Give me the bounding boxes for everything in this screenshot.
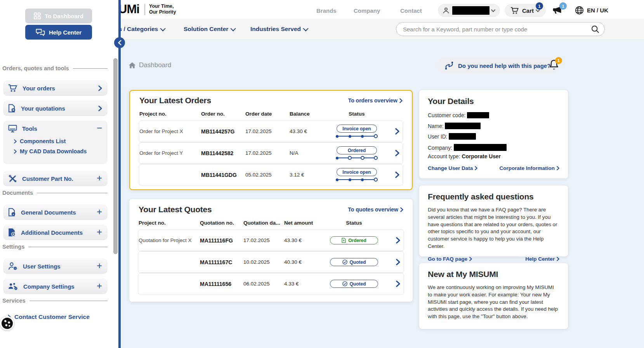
- header-nav-company[interactable]: Company: [354, 7, 380, 14]
- help-center-button[interactable]: Help Center: [25, 25, 92, 40]
- order-project: Order for Project X: [139, 128, 201, 134]
- quote-row[interactable]: MA1111167C 10.02.2025 40.30 € Quoted: [139, 252, 403, 272]
- tagline-line2: Our Priority: [149, 9, 176, 15]
- quote-status-label: Ordered: [348, 238, 366, 243]
- sidebar-item-contact-customer-service[interactable]: Contact Customer Service: [8, 313, 90, 320]
- chevron-right-icon[interactable]: [396, 259, 403, 265]
- user-icon: [443, 7, 450, 14]
- name-label: Name:: [428, 123, 444, 129]
- cookie-settings-button[interactable]: [0, 316, 14, 330]
- quotes-overview-link[interactable]: To quotes overview: [348, 206, 403, 213]
- search-input[interactable]: [396, 22, 605, 36]
- news-title: New at My MISUMI: [428, 270, 559, 279]
- nav-solution-center[interactable]: Solution Center: [184, 26, 236, 33]
- tour-route-icon: [444, 61, 454, 70]
- sidebar-item-company-settings[interactable]: Company Settings +: [3, 279, 108, 294]
- change-user-data-label: Change User Data: [428, 165, 473, 171]
- order-date: 17.02.2025: [245, 150, 290, 156]
- chat-bubbles-icon: [36, 29, 45, 36]
- breadcrumb-label: Dashboard: [139, 61, 171, 69]
- check-circle-icon: [342, 260, 347, 265]
- sidebar-item-user-settings[interactable]: User Settings +: [3, 258, 108, 274]
- quote-date: 10.02.2025: [243, 259, 284, 265]
- announcements-badge: 1: [559, 2, 567, 10]
- quote-amount: 4.33 €: [284, 281, 325, 287]
- sidebar-item-your-quotations[interactable]: Your quotations: [3, 100, 108, 116]
- redacted-name: [445, 123, 481, 129]
- orders-overview-link[interactable]: To orders overview: [348, 97, 403, 104]
- plus-icon[interactable]: +: [97, 281, 102, 291]
- sidebar-item-additional-documents[interactable]: Additional Documents +: [3, 225, 108, 240]
- quotes-table-header: Project no. Quotation no. Quotation da..…: [139, 220, 403, 226]
- sidebar-scrollbar[interactable]: [113, 58, 118, 254]
- sidebar-item-my-cad-data-downloads[interactable]: My CAD Data Downloads: [3, 146, 108, 156]
- chevron-down-icon: [231, 26, 236, 31]
- plus-icon[interactable]: +: [97, 227, 102, 237]
- minus-icon[interactable]: −: [97, 123, 102, 133]
- quote-status-label: Quoted: [350, 260, 366, 265]
- sidebar-collapse-button[interactable]: [114, 37, 125, 48]
- quotes-col-quote-no: Quotation no.: [200, 220, 243, 226]
- document-plus-icon: [8, 104, 16, 113]
- change-user-data-link[interactable]: Change User Data: [428, 165, 477, 171]
- order-row[interactable]: Order for Project X MB1144257G 17.02.202…: [139, 121, 403, 142]
- progress-step-dot: [349, 178, 351, 181]
- corporate-information-label: Corporate Information: [499, 165, 555, 171]
- quotes-overview-label: To quotes overview: [348, 206, 398, 213]
- help-center-button-label: Help Center: [49, 29, 82, 36]
- progress-step-dot: [336, 178, 338, 181]
- sidebar-item-label: General Documents: [21, 209, 92, 216]
- chevron-right-icon[interactable]: [396, 280, 403, 287]
- order-row[interactable]: MB11441GDG 05.02.2025 3.12 € Invoice ope…: [139, 164, 403, 185]
- sidebar-item-customer-part-no[interactable]: Customer Part No. +: [3, 171, 108, 186]
- sidebar-item-components-list[interactable]: Components List: [3, 136, 108, 146]
- nav-industries-served[interactable]: Industries Served: [250, 26, 308, 33]
- users-gear-icon: [8, 282, 18, 291]
- chevron-right-icon[interactable]: [395, 171, 403, 178]
- sidebar-sublink-label: Components List: [20, 138, 66, 144]
- dashboard-grid-icon: [34, 12, 41, 19]
- help-center-link[interactable]: Help Center: [525, 256, 559, 262]
- section-documents: Documents: [2, 190, 108, 196]
- orders-col-project: Project no.: [139, 111, 201, 117]
- nav-industries-label: Industries Served: [250, 26, 301, 33]
- orders-rows: Order for Project X MB1144257G 17.02.202…: [139, 121, 403, 185]
- header-nav-contact[interactable]: Contact: [400, 7, 422, 14]
- redacted-account-name: [452, 6, 490, 15]
- page-tour-button[interactable]: Do you need help with this page?: [437, 58, 558, 73]
- header-nav-brands[interactable]: Brands: [316, 7, 337, 14]
- quote-row[interactable]: MA11111656 06.02.2025 4.33 € Quoted: [139, 274, 403, 294]
- user-id-label: User ID:: [428, 134, 448, 140]
- details-title: Your Details: [428, 97, 559, 106]
- faq-page-label: Go to FAQ page: [428, 256, 467, 262]
- order-progress-stepper: [336, 134, 378, 138]
- order-row[interactable]: Order for Project Y MB11442582 17.02.202…: [139, 143, 403, 163]
- to-dashboard-button[interactable]: To Dashboard: [25, 9, 92, 23]
- quotes-col-date: Quotation da...: [243, 220, 284, 226]
- plus-icon[interactable]: +: [97, 207, 102, 216]
- order-progress-stepper: [336, 178, 378, 182]
- account-menu[interactable]: [438, 4, 500, 17]
- faq-title: Frequently asked questions: [428, 192, 559, 201]
- chevron-right-icon[interactable]: [395, 150, 403, 156]
- sidebar-item-your-orders[interactable]: Your orders: [3, 80, 108, 96]
- customer-code-label: Customer code:: [428, 113, 465, 118]
- plus-icon[interactable]: +: [97, 261, 102, 270]
- order-number: MB11441GDG: [201, 172, 245, 178]
- plus-icon[interactable]: +: [97, 173, 102, 183]
- corporate-information-link[interactable]: Corporate Information: [499, 165, 559, 171]
- nav-solution-label: Solution Center: [184, 26, 228, 33]
- home-icon[interactable]: [128, 62, 136, 69]
- quote-row[interactable]: Quotation for Project X MA111116FG 17.02…: [139, 230, 403, 251]
- quote-number: MA111116FG: [200, 237, 243, 244]
- search-icon[interactable]: [591, 25, 599, 33]
- sidebar-item-tools[interactable]: Tools −: [3, 121, 108, 136]
- chevron-right-icon[interactable]: [395, 128, 403, 135]
- sidebar-item-general-documents[interactable]: General Documents +: [3, 204, 108, 220]
- chevron-right-icon[interactable]: [396, 237, 403, 244]
- quote-status-label: Quoted: [350, 281, 366, 287]
- tagline-line1: Your Time,: [149, 3, 176, 9]
- progress-step-dot: [349, 135, 351, 138]
- language-selector[interactable]: EN / UK: [575, 6, 608, 15]
- faq-page-link[interactable]: Go to FAQ page: [428, 256, 472, 262]
